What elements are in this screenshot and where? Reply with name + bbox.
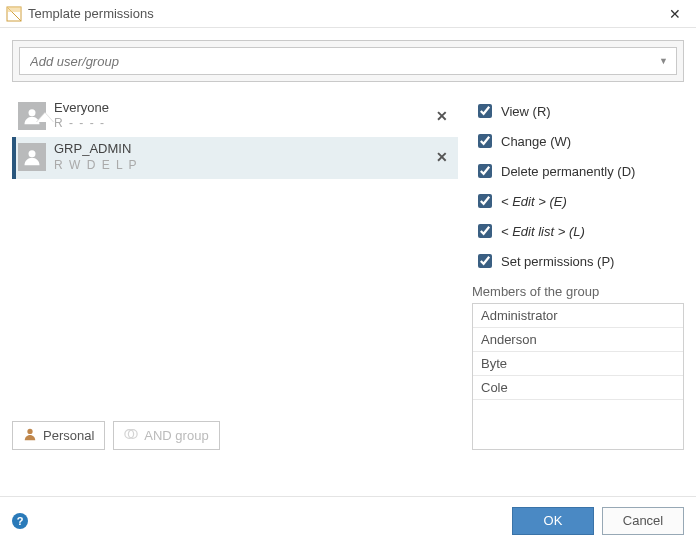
help-icon[interactable]: ? <box>12 513 28 529</box>
window-title: Template permissions <box>28 6 660 21</box>
search-area: ▼ <box>12 40 684 82</box>
permission-row[interactable]: < Edit > (E) <box>472 186 684 216</box>
titlebar: Template permissions ✕ <box>0 0 696 28</box>
content: ▼ EveryoneR - - - -✕GRP_ADMINR W D E L P… <box>0 28 696 466</box>
member-row[interactable]: Administrator <box>473 304 683 328</box>
member-row[interactable]: Cole <box>473 376 683 400</box>
permission-row[interactable]: Set permissions (P) <box>472 246 684 276</box>
cancel-button[interactable]: Cancel <box>602 507 684 535</box>
acl-item[interactable]: EveryoneR - - - -✕ <box>12 96 458 137</box>
personal-button[interactable]: Personal <box>12 421 105 450</box>
acl-item[interactable]: GRP_ADMINR W D E L P✕ <box>12 137 458 178</box>
members-box: AdministratorAndersonByteCole <box>472 303 684 450</box>
and-group-icon <box>124 427 138 444</box>
add-user-group-field[interactable] <box>28 53 659 70</box>
permission-row[interactable]: View (R) <box>472 96 684 126</box>
permission-checkbox[interactable] <box>478 254 492 268</box>
permission-label: < Edit list > (L) <box>501 224 585 239</box>
member-row[interactable]: Byte <box>473 352 683 376</box>
acl-item-name: Everyone <box>54 100 424 116</box>
permission-row[interactable]: Delete permanently (D) <box>472 156 684 186</box>
permission-checkbox[interactable] <box>478 194 492 208</box>
acl-item-name: GRP_ADMIN <box>54 141 424 157</box>
svg-point-3 <box>29 150 36 157</box>
speech-pointer-icon <box>36 112 54 122</box>
group-avatar-icon <box>18 143 46 171</box>
permission-label: Delete permanently (D) <box>501 164 635 179</box>
member-row[interactable]: Anderson <box>473 328 683 352</box>
personal-label: Personal <box>43 428 94 443</box>
ok-label: OK <box>544 513 563 528</box>
cancel-label: Cancel <box>623 513 663 528</box>
and-group-label: AND group <box>144 428 208 443</box>
acl-item-perm: R W D E L P <box>54 158 424 173</box>
ok-button[interactable]: OK <box>512 507 594 535</box>
permission-label: View (R) <box>501 104 551 119</box>
app-icon <box>6 6 22 22</box>
permission-list: View (R)Change (W)Delete permanently (D)… <box>472 96 684 276</box>
dialog-footer: ? OK Cancel <box>0 496 696 544</box>
remove-acl-icon[interactable]: ✕ <box>432 149 452 165</box>
acl-panel: EveryoneR - - - -✕GRP_ADMINR W D E L P✕ … <box>12 96 458 450</box>
permission-row[interactable]: Change (W) <box>472 126 684 156</box>
svg-rect-1 <box>7 7 21 12</box>
svg-point-4 <box>27 429 32 434</box>
acl-item-perm: R - - - - <box>54 116 424 131</box>
permission-checkbox[interactable] <box>478 224 492 238</box>
permission-checkbox[interactable] <box>478 104 492 118</box>
permission-label: < Edit > (E) <box>501 194 567 209</box>
permission-label: Set permissions (P) <box>501 254 614 269</box>
permission-panel: View (R)Change (W)Delete permanently (D)… <box>472 96 684 450</box>
acl-item-text: GRP_ADMINR W D E L P <box>54 141 424 172</box>
user-icon <box>23 427 37 444</box>
permission-label: Change (W) <box>501 134 571 149</box>
svg-point-2 <box>29 109 36 116</box>
permission-checkbox[interactable] <box>478 134 492 148</box>
permission-row[interactable]: < Edit list > (L) <box>472 216 684 246</box>
acl-item-text: EveryoneR - - - - <box>54 100 424 131</box>
close-icon[interactable]: ✕ <box>660 6 690 22</box>
members-title: Members of the group <box>472 284 684 299</box>
and-group-button[interactable]: AND group <box>113 421 219 450</box>
acl-list: EveryoneR - - - -✕GRP_ADMINR W D E L P✕ <box>12 96 458 413</box>
dropdown-caret-icon[interactable]: ▼ <box>659 56 668 66</box>
permission-checkbox[interactable] <box>478 164 492 178</box>
remove-acl-icon[interactable]: ✕ <box>432 108 452 124</box>
add-user-group-input[interactable]: ▼ <box>19 47 677 75</box>
